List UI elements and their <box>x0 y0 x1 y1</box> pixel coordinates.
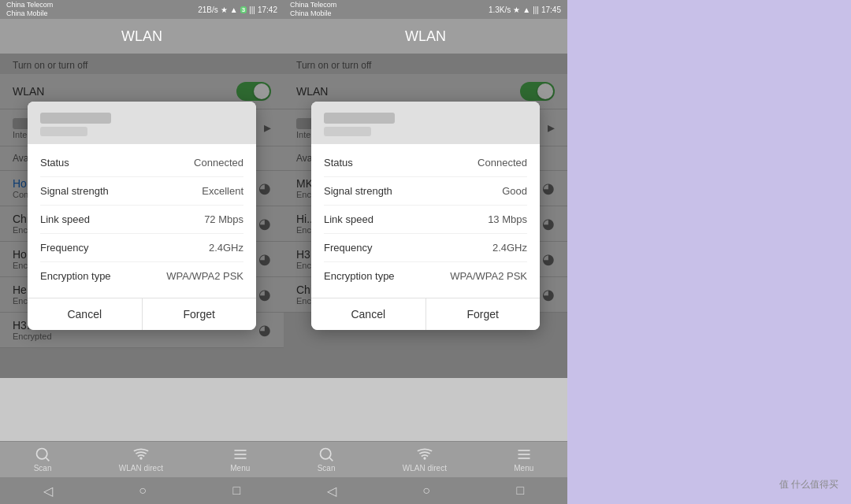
link-label-2: Link speed <box>324 213 373 225</box>
settings-body-1: Turn on or turn off WLAN Internet access… <box>0 54 284 441</box>
recents-button-1[interactable]: □ <box>233 484 241 498</box>
carrier2-1: China Mobile <box>6 9 53 18</box>
nav-icons-1: Scan WLAN direct Menu <box>0 441 284 477</box>
scan-label-1: Scan <box>34 464 52 472</box>
svg-line-7 <box>329 458 333 461</box>
nav-wlan-direct-2[interactable]: WLAN direct <box>403 447 447 472</box>
back-button-2[interactable]: ◁ <box>327 484 336 498</box>
status-icons-1: 21B/s ★ ▲ 3 ||| 17:42 <box>198 6 277 14</box>
wifi-detail-dialog-2: Status Connected Signal strength Good Li… <box>311 102 540 330</box>
nav-scan-1[interactable]: Scan <box>34 447 52 472</box>
time-2: 17:45 <box>541 6 561 14</box>
cancel-button-1[interactable]: Cancel <box>28 298 143 330</box>
dialog-row-link-1: Link speed 72 Mbps <box>40 206 243 234</box>
watermark: 值 什么值得买 <box>779 478 838 491</box>
dialog-row-encryption-2: Encryption type WPA/WPA2 PSK <box>324 262 527 290</box>
wlan-direct-label-2: WLAN direct <box>403 464 447 472</box>
carrier-info-1: China Telecom China Mobile <box>6 1 53 18</box>
dialog-row-encryption-1: Encryption type WPA/WPA2 PSK <box>40 262 243 290</box>
dialog-row-signal-1: Signal strength Excellent <box>40 177 243 206</box>
signal-bars-2: ||| <box>533 6 539 14</box>
encryption-label-1: Encryption type <box>40 270 111 282</box>
wlan-direct-label-1: WLAN direct <box>119 464 163 472</box>
wifi-detail-dialog-1: Status Connected Signal strength Excelle… <box>28 102 256 330</box>
carrier-1: China Telecom <box>6 1 53 9</box>
dialog-row-status-2: Status Connected <box>324 149 527 177</box>
forget-button-1[interactable]: Forget <box>143 298 257 330</box>
bottom-nav-2: Scan WLAN direct Menu ◁ ○ □ <box>284 441 567 504</box>
menu-label-2: Menu <box>514 464 533 472</box>
recents-button-2[interactable]: □ <box>517 484 525 498</box>
wifi-icon-status: ▲ <box>230 6 238 14</box>
dialog-row-signal-2: Signal strength Good <box>324 177 527 206</box>
phone-panel-1: China Telecom China Mobile 21B/s ★ ▲ 3 |… <box>0 0 284 504</box>
phone-panel-2: China Telecom China Mobile 1.3K/s ★ ▲ ||… <box>284 0 567 504</box>
svg-line-1 <box>46 458 50 461</box>
carrier-2: China Telecom <box>290 1 336 9</box>
signal-value-1: Excellent <box>202 185 243 197</box>
menu-label-1: Menu <box>230 464 250 472</box>
dialog-header-2 <box>311 102 540 144</box>
dialog-row-frequency-1: Frequency 2.4GHz <box>40 234 243 262</box>
bluetooth-icon-2: ★ <box>513 6 520 14</box>
nav-icons-2: Scan WLAN direct Menu <box>284 441 567 477</box>
signal-label-2: Signal strength <box>324 185 392 197</box>
page-title-1: WLAN <box>121 28 162 45</box>
dialog-overlay-2: Status Connected Signal strength Good Li… <box>284 54 567 378</box>
time-1: 17:42 <box>258 6 277 14</box>
status-icons-2: 1.3K/s ★ ▲ ||| 17:45 <box>489 6 561 14</box>
nav-scan-2[interactable]: Scan <box>318 447 336 472</box>
dialog-overlay-1: Status Connected Signal strength Excelle… <box>0 54 284 378</box>
nav-menu-2[interactable]: Menu <box>514 447 533 472</box>
speed-2: 1.3K/s <box>489 6 511 14</box>
signal-bars-1: ||| <box>249 6 255 14</box>
dialog-connected-badge-1 <box>40 127 87 136</box>
home-button-2[interactable]: ○ <box>422 484 430 498</box>
status-bar-1: China Telecom China Mobile 21B/s ★ ▲ 3 |… <box>0 0 284 19</box>
status-label-2: Status <box>324 157 353 169</box>
dialog-body-2: Status Connected Signal strength Good Li… <box>311 144 540 295</box>
dialog-row-status-1: Status Connected <box>40 149 243 177</box>
svg-point-2 <box>139 457 142 459</box>
status-bar-2: China Telecom China Mobile 1.3K/s ★ ▲ ||… <box>284 0 567 19</box>
wifi-icon-status-2: ▲ <box>522 6 530 14</box>
dialog-body-1: Status Connected Signal strength Excelle… <box>28 144 256 295</box>
frequency-value-1: 2.4GHz <box>209 242 243 254</box>
back-button-1[interactable]: ◁ <box>43 484 53 498</box>
carrier2-2: China Mobile <box>290 9 336 18</box>
home-button-1[interactable]: ○ <box>139 484 147 498</box>
encryption-value-1: WPA/WPA2 PSK <box>166 270 243 282</box>
settings-body-2: Turn on or turn off WLAN Internet access… <box>284 54 567 441</box>
cancel-button-2[interactable]: Cancel <box>311 298 426 330</box>
nav-menu-1[interactable]: Menu <box>230 447 250 472</box>
dialog-network-name-1 <box>40 113 111 124</box>
link-value-2: 13 Mbps <box>488 213 527 225</box>
nav-wlan-direct-1[interactable]: WLAN direct <box>119 447 163 472</box>
speed-1: 21B/s <box>198 6 218 14</box>
status-label-1: Status <box>40 157 69 169</box>
title-bar-1: WLAN <box>0 19 284 54</box>
dialog-row-link-2: Link speed 13 Mbps <box>324 206 527 234</box>
badge-1: 3 <box>240 6 247 13</box>
frequency-label-1: Frequency <box>40 242 88 254</box>
dialog-connected-badge-2 <box>324 127 371 136</box>
dialog-header-1 <box>28 102 256 144</box>
status-value-2: Connected <box>478 157 527 169</box>
bottom-nav-1: Scan WLAN direct Menu ◁ ○ □ <box>0 441 284 504</box>
page-title-2: WLAN <box>405 28 446 45</box>
frequency-label-2: Frequency <box>324 242 372 254</box>
system-nav-1: ◁ ○ □ <box>0 477 284 504</box>
encryption-label-2: Encryption type <box>324 270 395 282</box>
dialog-buttons-2: Cancel Forget <box>311 298 540 330</box>
link-label-1: Link speed <box>40 213 90 225</box>
frequency-value-2: 2.4GHz <box>492 242 527 254</box>
scan-label-2: Scan <box>318 464 336 472</box>
carrier-info-2: China Telecom China Mobile <box>290 1 336 18</box>
dialog-buttons-1: Cancel Forget <box>28 298 256 330</box>
bluetooth-icon: ★ <box>221 6 228 14</box>
signal-value-2: Good <box>502 185 527 197</box>
dialog-network-name-2 <box>324 113 395 124</box>
svg-point-8 <box>423 457 426 459</box>
forget-button-2[interactable]: Forget <box>426 298 541 330</box>
system-nav-2: ◁ ○ □ <box>284 477 567 504</box>
